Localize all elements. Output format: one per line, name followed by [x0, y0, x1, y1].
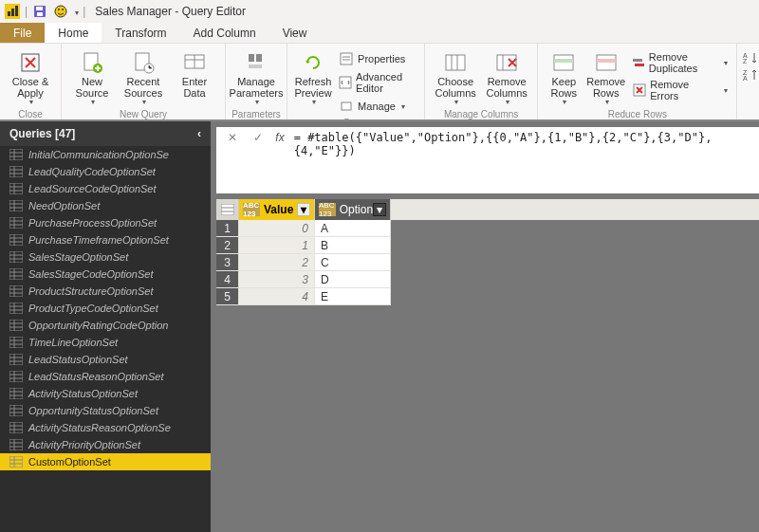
- remove-rows-button[interactable]: Remove Rows: [586, 46, 626, 107]
- query-item[interactable]: OpportunityRatingCodeOption: [0, 317, 211, 334]
- grid-body: 10A21B32C43D54E: [216, 220, 759, 305]
- remove-columns-label: Remove Columns: [482, 76, 531, 99]
- table-menu-icon[interactable]: [216, 199, 239, 220]
- remove-errors-button[interactable]: Remove Errors: [628, 77, 731, 103]
- ribbon-group-reduce-rows: Keep Rows Remove Rows Remove Duplicates …: [538, 44, 737, 119]
- table-icon: [9, 234, 23, 246]
- cell-value[interactable]: 3: [239, 271, 315, 288]
- cell-value[interactable]: 4: [239, 288, 315, 305]
- ribbon-group-manage-columns: Choose Columns Remove Columns Manage Col…: [425, 44, 538, 119]
- query-item[interactable]: SalesStageCodeOptionSet: [0, 266, 211, 283]
- row-number: 1: [216, 220, 239, 237]
- cell-value[interactable]: 2: [239, 254, 315, 271]
- column-header-value[interactable]: ABC 123 Value ▾: [239, 199, 315, 220]
- refresh-preview-button[interactable]: Refresh Preview: [293, 46, 333, 107]
- query-item[interactable]: ProductStructureOptionSet: [0, 283, 211, 300]
- new-source-button[interactable]: New Source: [67, 46, 117, 107]
- remove-errors-label: Remove Errors: [650, 79, 717, 101]
- datatype-icon[interactable]: ABC 123: [319, 203, 336, 216]
- advanced-editor-button[interactable]: Advanced Editor: [335, 69, 418, 96]
- datatype-icon[interactable]: ABC 123: [243, 203, 260, 216]
- tab-transform[interactable]: Transform: [102, 23, 179, 43]
- cell-option[interactable]: B: [315, 237, 391, 254]
- cell-option[interactable]: E: [315, 288, 391, 305]
- cell-option[interactable]: D: [315, 271, 391, 288]
- row-number: 3: [216, 254, 239, 271]
- tab-add-column[interactable]: Add Column: [180, 23, 269, 43]
- remove-columns-button[interactable]: Remove Columns: [482, 46, 531, 107]
- svg-rect-25: [342, 102, 351, 110]
- svg-rect-1: [8, 11, 10, 16]
- table-row[interactable]: 43D: [216, 271, 759, 288]
- query-item[interactable]: LeadStatusOptionSet: [0, 351, 211, 368]
- keep-rows-button[interactable]: Keep Rows: [544, 46, 583, 107]
- enter-data-button[interactable]: Enter Data: [170, 46, 219, 99]
- query-item[interactable]: TimeLineOptionSet: [0, 334, 211, 351]
- recent-sources-button[interactable]: Recent Sources: [119, 46, 168, 107]
- ribbon-group-close: Close & Apply Close: [0, 44, 62, 119]
- query-item[interactable]: SalesStageOptionSet: [0, 248, 211, 266]
- confirm-icon[interactable]: ✓: [250, 131, 266, 144]
- query-item[interactable]: InitialCommunicationOptionSe: [0, 146, 211, 163]
- cell-option[interactable]: C: [315, 254, 391, 271]
- table-row[interactable]: 54E: [216, 288, 759, 305]
- qa-dropdown-icon[interactable]: [73, 5, 79, 18]
- save-icon[interactable]: [31, 3, 48, 20]
- sort-desc-icon[interactable]: ZA: [743, 68, 759, 84]
- close-apply-button[interactable]: Close & Apply: [6, 46, 55, 107]
- column-dropdown-icon[interactable]: ▾: [297, 203, 310, 216]
- svg-rect-83: [9, 303, 23, 314]
- query-item[interactable]: PurchaseTimeframeOptionSet: [0, 231, 211, 248]
- manage-parameters-button[interactable]: Manage Parameters: [231, 46, 281, 107]
- remove-rows-label: Remove Rows: [586, 76, 626, 99]
- table-row[interactable]: 10A: [216, 220, 759, 237]
- column-dropdown-icon[interactable]: ▾: [373, 203, 386, 216]
- choose-columns-icon: [440, 49, 471, 76]
- query-item[interactable]: LeadSourceCodeOptionSet: [0, 180, 211, 197]
- choose-columns-button[interactable]: Choose Columns: [431, 46, 480, 107]
- query-item[interactable]: CustomOptionSet: [0, 453, 211, 470]
- query-item[interactable]: LeadStatusReasonOptionSet: [0, 368, 211, 385]
- query-item[interactable]: PurchaseProcessOptionSet: [0, 214, 211, 231]
- tab-view[interactable]: View: [269, 23, 321, 43]
- manage-label: Manage: [358, 101, 396, 112]
- cell-option[interactable]: A: [315, 220, 391, 237]
- table-row[interactable]: 32C: [216, 254, 759, 271]
- properties-button[interactable]: Properties: [335, 49, 418, 68]
- cell-value[interactable]: 0: [239, 220, 315, 237]
- queries-header[interactable]: Queries [47] ‹: [0, 121, 211, 146]
- query-item[interactable]: NeedOptionSet: [0, 197, 211, 214]
- tab-home[interactable]: Home: [45, 23, 102, 43]
- svg-rect-55: [9, 183, 23, 194]
- query-item[interactable]: ProductTypeCodeOptionSet: [0, 300, 211, 317]
- table-icon: [9, 251, 23, 263]
- query-item[interactable]: LeadQualityCodeOptionSet: [0, 163, 211, 180]
- ribbon-group-sort: AZ ZA Split Column Grou By Sort: [737, 44, 759, 119]
- smiley-icon[interactable]: [52, 3, 69, 20]
- remove-duplicates-button[interactable]: Remove Duplicates: [628, 49, 731, 76]
- refresh-preview-label: Refresh Preview: [293, 76, 333, 99]
- cancel-icon[interactable]: ✕: [224, 131, 240, 144]
- query-item[interactable]: ActivityStatusReasonOptionSe: [0, 419, 211, 436]
- fx-label: fx: [275, 131, 284, 144]
- svg-rect-99: [9, 371, 23, 382]
- svg-rect-87: [9, 320, 23, 331]
- query-item[interactable]: OpportunityStatusOptionSet: [0, 402, 211, 419]
- query-item[interactable]: ActivityStatusOptionSet: [0, 385, 211, 402]
- ribbon-group-query: Refresh Preview Properties Advanced Edit…: [287, 44, 425, 119]
- query-item[interactable]: ActivityPriorityOptionSet: [0, 436, 211, 453]
- ribbon: Close & Apply Close New Source Recent So…: [0, 44, 759, 121]
- ribbon-group-label: Parameters: [231, 107, 281, 121]
- column-header-option[interactable]: ABC 123 Option ▾: [315, 199, 391, 220]
- tab-file[interactable]: File: [0, 23, 45, 43]
- table-row[interactable]: 21B: [216, 237, 759, 254]
- table-icon: [9, 166, 23, 177]
- collapse-icon[interactable]: ‹: [197, 127, 201, 140]
- svg-rect-111: [9, 422, 23, 433]
- data-grid: ABC 123 Value ▾ ABC 123 Option ▾ 10A21B3…: [216, 199, 759, 305]
- cell-value[interactable]: 1: [239, 237, 315, 254]
- sort-asc-icon[interactable]: AZ: [743, 51, 759, 67]
- manage-button[interactable]: Manage: [335, 97, 418, 116]
- separator: |: [83, 5, 85, 18]
- formula-text[interactable]: = #table({"Value","Option"},{{0,"A"},{1,…: [294, 131, 751, 157]
